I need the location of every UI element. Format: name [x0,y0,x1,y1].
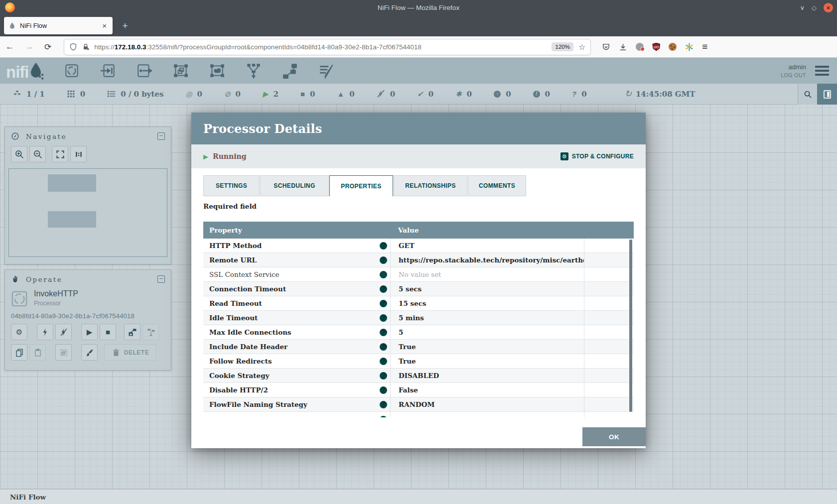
browser-tab[interactable]: NiFi Flow × [4,17,113,34]
birdseye-minimap[interactable] [8,168,167,257]
shield-icon[interactable] [69,43,77,51]
lightning-slash-icon [59,328,68,337]
zoom-out-icon [33,149,43,159]
refresh-icon[interactable]: ↻ [625,90,632,98]
ublock-icon[interactable]: UO [652,43,660,51]
processor-icon[interactable] [63,62,80,79]
table-row[interactable]: Remote URL?https://repo.stackable.tech/r… [203,253,634,267]
help-icon[interactable]: ? [380,300,387,307]
dialog-tabs: SETTINGS SCHEDULING PROPERTIES RELATIONS… [203,175,527,196]
properties-table-rows: HTTP Method?GET Remote URL?https://repo.… [203,239,634,417]
group-button[interactable] [55,344,72,361]
collapse-operate-icon[interactable]: – [157,275,165,283]
delete-button[interactable]: DELETE [104,344,156,361]
panel-icon [824,90,831,99]
new-tab-button[interactable]: + [119,19,132,32]
template-icon[interactable] [281,62,298,79]
tab-settings[interactable]: SETTINGS [203,175,260,196]
zoom-actual-button[interactable] [70,146,87,162]
table-row[interactable]: Read Timeout?15 secs [203,296,634,311]
table-row[interactable]: Cookie Strategy?DISABLED [203,369,634,383]
running-icon: ▶ [263,90,269,98]
tab-close-icon[interactable]: × [101,21,108,30]
process-group-icon[interactable] [172,62,189,79]
reload-button[interactable]: ⟳ [44,42,51,52]
table-row[interactable]: Follow Redirects?True [203,354,634,369]
table-row-clipped[interactable]: …?… [203,412,634,417]
url-bar[interactable]: https://172.18.0.3:32558/nifi/?processGr… [64,39,591,55]
help-icon[interactable]: ? [380,256,387,264]
input-port-icon[interactable] [100,62,117,79]
table-row[interactable]: Disable HTTP/2?False [203,383,634,397]
disable-button[interactable] [55,324,72,340]
configure-button[interactable]: ⚙ [11,324,27,340]
table-row[interactable]: Include Date Header?True [203,340,634,354]
zoom-level-badge[interactable]: 120% [552,42,573,51]
browser-navbar: ← → ⟳ https://172.18.0.3:32558/nifi/?pro… [0,36,837,58]
table-scrollbar[interactable] [629,240,632,412]
window-minimize-button[interactable]: ∨ [800,4,805,11]
table-row[interactable]: Connection Timeout?5 secs [203,282,634,296]
output-port-icon[interactable] [136,62,153,79]
stop-icon: ■ [106,328,110,336]
create-template-button[interactable] [124,324,140,340]
url-text[interactable]: https://172.18.0.3:32558/nifi/?processGr… [94,43,547,51]
table-row[interactable]: Idle Timeout?5 mins [203,311,634,325]
extension-pinwheel-icon[interactable] [685,43,694,51]
forward-button[interactable]: → [25,42,33,52]
pocket-icon[interactable] [602,43,610,51]
help-icon[interactable]: ? [380,401,387,408]
help-icon[interactable]: ? [380,285,387,293]
help-icon[interactable]: ? [380,386,387,394]
collapse-navigate-icon[interactable]: – [157,132,165,140]
enable-button[interactable] [37,324,53,340]
extension-icon[interactable] [636,43,644,51]
help-icon[interactable]: ? [380,329,387,336]
trash-icon [112,348,121,357]
back-button[interactable]: ← [5,42,14,52]
zoom-fit-button[interactable] [52,146,68,162]
table-row[interactable]: SSL Context Service?No value set [203,267,634,282]
paste-button[interactable] [29,344,46,361]
tab-title: NiFi Flow [20,22,101,29]
bookmark-star-icon[interactable]: ☆ [578,42,585,52]
help-icon[interactable]: ? [380,314,387,322]
help-icon[interactable]: ? [380,372,387,379]
table-row[interactable]: HTTP Method?GET [203,239,634,253]
help-icon[interactable]: ? [380,242,387,250]
tab-scheduling[interactable]: SCHEDULING [260,175,329,196]
window-close-button[interactable]: × [824,3,833,12]
value-column-header: Value [390,226,419,234]
help-icon[interactable]: ? [380,358,387,365]
fill-color-button[interactable] [81,344,98,361]
table-row[interactable]: Max Idle Connections?5 [203,325,634,340]
remote-process-group-icon[interactable] [209,62,226,79]
status-history-button[interactable] [817,84,837,105]
label-icon[interactable] [318,62,335,79]
global-menu-icon[interactable] [815,64,829,78]
breadcrumb[interactable]: NiFi Flow [10,493,46,501]
table-row[interactable]: FlowFile Naming Strategy?RANDOM [203,397,634,412]
search-button[interactable] [798,84,817,105]
upload-template-button[interactable] [142,324,159,340]
stop-button[interactable]: ■ [100,324,116,340]
funnel-icon[interactable] [245,62,262,79]
logout-link[interactable]: LOG OUT [781,72,806,78]
zoom-out-button[interactable] [29,146,46,162]
zoom-in-button[interactable] [11,146,27,162]
stop-and-configure-button[interactable]: ⚙ STOP & CONFIGURE [560,152,634,160]
help-icon[interactable]: ? [380,271,387,278]
window-maximize-button[interactable]: ◇ [812,4,817,11]
copy-button[interactable] [11,344,27,361]
help-icon[interactable]: ? [380,343,387,351]
start-button[interactable]: ▶ [81,324,98,340]
download-icon[interactable] [619,43,627,51]
ok-button[interactable]: OK [582,427,646,446]
tab-properties[interactable]: PROPERTIES [329,175,393,196]
tab-comments[interactable]: COMMENTS [468,175,526,196]
tab-relationships[interactable]: RELATIONSHIPS [394,175,467,196]
menu-icon[interactable]: ≡ [702,41,707,52]
cookie-icon[interactable] [669,43,677,51]
operate-panel: Operate – InvokeHTTP Processor 04b8fd14-… [4,269,171,371]
lock-warning-icon[interactable] [82,43,90,51]
